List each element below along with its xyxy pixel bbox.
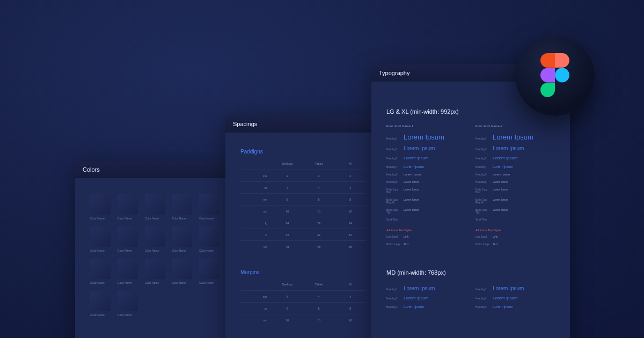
type-sample: Lorem Ipsum [404,173,421,176]
type-row: Heading 2Lorem Ipsum [475,145,555,151]
color-swatch[interactable]: Color Name [90,259,112,284]
type-row: Heading 3Lorem Ipsum [475,305,555,308]
spacing-value: 2 [303,174,335,178]
type-sample: Lorem Ipsum [404,180,419,183]
paddings-rows: xxs222xs444sm888md161616lg242424xl323232… [240,170,366,252]
type-tag: Heading 2 [386,148,400,151]
color-swatch-box [90,194,111,215]
color-swatch[interactable]: Color Name [199,226,221,252]
spacing-value: 16 [303,319,335,322]
type-tag: Heading 3 [475,306,489,308]
type-sample: Lorem Ipsum [404,296,429,300]
spacing-value: 48 [303,245,335,248]
type-tag: Body Copy Regular [386,199,400,204]
panel-spacings-body: Paddigns Desktop Tablet M xxs222xs444sm8… [225,133,381,338]
spacing-value: 32 [334,233,366,237]
color-swatch[interactable]: Color Name [172,226,194,252]
spacing-value: 2 [334,174,366,178]
type-sample: Lorem Ipsum [404,208,419,211]
breakpoint-title: LG & XL (min-width: 992px) [386,108,555,115]
type-tag: Body Copy Bold [475,188,489,194]
type-row: Body Copy BoldLorem Ipsum [386,188,466,194]
spacing-value: 2 [272,174,303,178]
type-sample: Lorem Ipsum [404,188,419,191]
breakpoint-title: MD (min-width: 768px) [386,269,555,276]
spacing-value: 8 [303,198,335,201]
panel-colors-title: Colors [83,166,100,173]
type-sample: Link [493,235,497,238]
type-row: Button LargeText [475,243,555,246]
color-swatch-label: Color Name [172,281,194,284]
type-sample: Lorem Ipsum [493,188,508,191]
color-swatch[interactable]: Color Name [172,259,194,284]
spacing-value: 16 [272,210,303,213]
color-swatch[interactable]: Color Name [118,194,140,220]
margins-rows: xxs444xs888sm161616 [240,290,366,326]
type-tag: Heading 6 [386,181,400,183]
spacing-value: 8 [303,307,335,310]
type-sample: Lorem Ipsum [493,180,508,183]
type-tag: Heading 3 [386,157,400,160]
color-swatch-box [90,259,111,279]
spacing-row: xxs444 [240,290,366,302]
type-row: Button LargeText [386,243,466,246]
paddings-head: Desktop Tablet M [240,162,366,165]
spacing-value: 32 [303,233,335,237]
color-swatch[interactable]: Color Name [145,259,167,284]
spacing-key: xxl [240,245,272,248]
color-swatch[interactable]: Color Name [118,226,140,252]
type-sample: Lorem Ipsum [493,173,510,176]
type-row: Heading 4Lorem Ipsum [386,165,466,168]
type-row: Heading 3Lorem Ipsum [386,156,466,160]
type-row: Body Copy ThinLorem Ipsum [386,208,466,214]
color-swatch-box [118,291,138,311]
font-name: Font: Font Name 1 [386,124,466,128]
spacing-value: 4 [272,295,303,298]
type-sample: Lorem Ipsum [404,133,444,141]
type-sample: Lorem Ipsum [493,296,518,300]
color-swatch[interactable]: Color Name [145,194,167,220]
spacing-key: xs [240,307,272,310]
paddings-col-1: Tablet [303,162,335,165]
color-swatch[interactable]: Color Name [199,194,221,220]
color-swatch-box [90,226,111,247]
color-swatch-box [199,194,219,215]
color-swatch[interactable]: Color Name [90,226,112,252]
type-tag: Small Text [475,218,489,221]
spacing-value: 24 [272,222,303,225]
color-swatch-label: Color Name [199,217,221,220]
spacing-value: 16 [334,210,366,213]
font-column: Heading 1Lorem IpsumHeading 2Lorem Ipsum… [475,285,555,313]
spacing-value: 24 [303,222,335,225]
type-sample: Lorem Ipsum [493,133,533,141]
spacing-row: xs888 [240,302,366,314]
type-tag: Body Copy Thin [475,209,489,214]
color-swatch[interactable]: Color Name [118,291,140,317]
spacing-key: xxs [240,174,272,178]
color-swatch-label: Color Name [199,281,221,284]
spacing-value: 4 [303,295,335,298]
color-swatch[interactable]: Color Name [172,194,194,220]
spacing-value: 48 [334,245,366,248]
type-tag: Button Large [386,243,400,246]
color-swatch[interactable]: Color Name [199,259,221,284]
color-swatch[interactable]: Color Name [90,291,112,317]
color-swatch[interactable]: Color Name [90,194,112,220]
spacing-row: xl323232 [240,229,366,240]
margins-col-1: Tablet [303,283,335,286]
panel-colors-header: Colors [75,161,236,178]
color-swatch[interactable]: Color Name [145,226,167,252]
type-row: Heading 1Lorem Ipsum [475,285,555,291]
type-tag: Heading 2 [475,297,489,300]
color-swatch[interactable]: Color Name [118,259,140,284]
panel-typography-body: LG & XL (min-width: 992px)Font: Font Nam… [371,82,570,324]
type-row: Heading 2Lorem Ipsum [386,296,466,300]
spacing-value: 8 [272,307,303,310]
paddings-col-2: M [334,162,366,165]
color-swatch-label: Color Name [90,313,112,317]
font-column: Heading 1Lorem IpsumHeading 2Lorem Ipsum… [386,285,466,313]
spacing-row: lg242424 [240,217,366,229]
type-row: Heading 3Lorem Ipsum [386,305,466,308]
figma-logo-icon [540,53,569,99]
type-sample: Lorem Ipsum [404,156,429,160]
